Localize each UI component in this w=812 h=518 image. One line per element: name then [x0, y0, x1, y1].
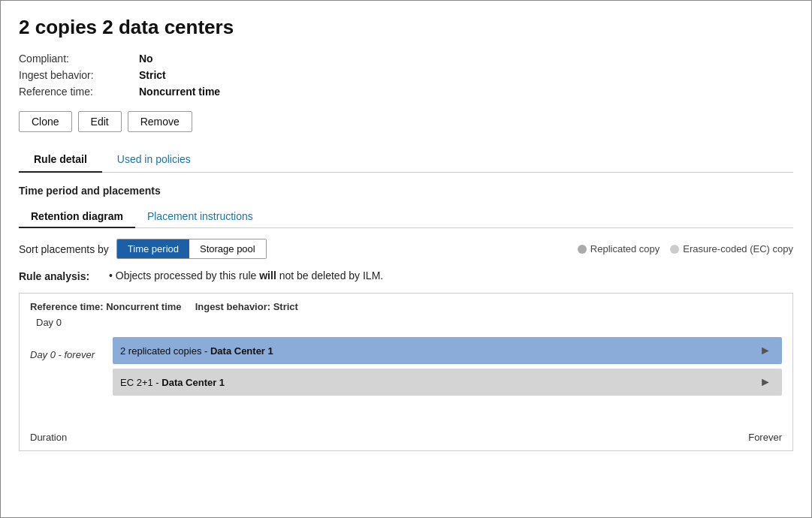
- rule-analysis-after: not be deleted by ILM.: [276, 270, 383, 282]
- sort-bar: Sort placements by Time period Storage p…: [19, 239, 793, 259]
- diagram-ingest-label: Ingest behavior:: [195, 301, 270, 312]
- bar2-content: EC 2+1 - Data Center 1: [120, 377, 756, 388]
- rule-analysis-bold: will: [259, 270, 276, 282]
- sort-time-period-button[interactable]: Time period: [117, 239, 189, 258]
- compliant-label: Compliant:: [19, 53, 139, 65]
- legend-replicated: Replicated copy: [578, 243, 660, 254]
- time-period-heading: Time period and placements: [19, 185, 793, 197]
- reference-value: Noncurrent time: [139, 86, 220, 98]
- diagram-ingest-value: Strict: [273, 301, 298, 312]
- diagram-forever-label: Forever: [748, 432, 782, 443]
- meta-section: Compliant: No Ingest behavior: Strict Re…: [19, 53, 793, 98]
- sort-btn-group: Time period Storage pool: [116, 239, 267, 259]
- remove-button[interactable]: Remove: [128, 111, 192, 132]
- rule-analysis-text: • Objects processed by this rule will no…: [109, 270, 383, 282]
- legend: Replicated copy Erasure-coded (EC) copy: [578, 243, 793, 254]
- ec-label: Erasure-coded (EC) copy: [683, 243, 793, 254]
- bar1-bold: Data Center 1: [210, 345, 273, 357]
- bar1-arrow-icon: ►: [756, 337, 774, 364]
- bar1-text: 2 replicated copies -: [120, 345, 210, 357]
- diagram-left-label: Day 0 - forever: [30, 334, 113, 424]
- ingest-label: Ingest behavior:: [19, 69, 139, 81]
- tab-rule-detail[interactable]: Rule detail: [19, 147, 102, 173]
- replicated-dot: [578, 245, 587, 254]
- edit-button[interactable]: Edit: [78, 111, 122, 132]
- diagram-ref-value: Noncurrent time: [106, 301, 181, 312]
- bar2-text: EC 2+1 -: [120, 377, 161, 388]
- secondary-tabs: Retention diagram Placement instructions: [19, 206, 793, 228]
- diagram-ref-label: Reference time:: [30, 301, 104, 312]
- action-buttons: Clone Edit Remove: [19, 111, 793, 132]
- compliant-value: No: [139, 53, 153, 65]
- page-title: 2 copies 2 data centers: [19, 16, 793, 39]
- bar2-bold: Data Center 1: [161, 377, 225, 388]
- compliant-row: Compliant: No: [19, 53, 793, 65]
- diagram-bars: 2 replicated copies - Data Center 1 ► EC…: [113, 334, 782, 424]
- rule-analysis-before: Objects processed by this rule: [116, 270, 259, 282]
- bar2-arrow-icon: ►: [756, 369, 774, 396]
- primary-tabs: Rule detail Used in policies: [19, 147, 793, 173]
- legend-ec: Erasure-coded (EC) copy: [670, 243, 793, 254]
- ec-dot: [670, 245, 679, 254]
- bar1-content: 2 replicated copies - Data Center 1: [120, 345, 756, 357]
- ingest-row: Ingest behavior: Strict: [19, 69, 793, 81]
- diagram-day0: Day 0: [36, 317, 782, 328]
- ingest-value: Strict: [139, 69, 166, 81]
- reference-row: Reference time: Noncurrent time: [19, 86, 793, 98]
- diagram-ref-row: Reference time: Noncurrent time Ingest b…: [30, 301, 782, 312]
- rule-analysis-section: Rule analysis: • Objects processed by th…: [19, 270, 793, 282]
- diagram-content: Day 0 - forever 2 replicated copies - Da…: [30, 334, 782, 424]
- diagram-bar-1[interactable]: 2 replicated copies - Data Center 1 ►: [113, 337, 782, 364]
- sort-label: Sort placements by: [19, 243, 109, 255]
- tab-retention-diagram[interactable]: Retention diagram: [19, 206, 135, 228]
- replicated-label: Replicated copy: [590, 243, 660, 254]
- diagram-footer: Duration Forever: [30, 432, 782, 443]
- diagram-bar-2[interactable]: EC 2+1 - Data Center 1 ►: [113, 369, 782, 396]
- sort-storage-pool-button[interactable]: Storage pool: [189, 239, 266, 258]
- clone-button[interactable]: Clone: [19, 111, 72, 132]
- rule-analysis-label: Rule analysis:: [19, 270, 109, 282]
- tab-used-in-policies[interactable]: Used in policies: [102, 147, 206, 173]
- diagram-box: Reference time: Noncurrent time Ingest b…: [19, 293, 793, 451]
- tab-placement-instructions[interactable]: Placement instructions: [135, 206, 265, 228]
- diagram-duration-label: Duration: [30, 432, 67, 443]
- reference-label: Reference time:: [19, 86, 139, 98]
